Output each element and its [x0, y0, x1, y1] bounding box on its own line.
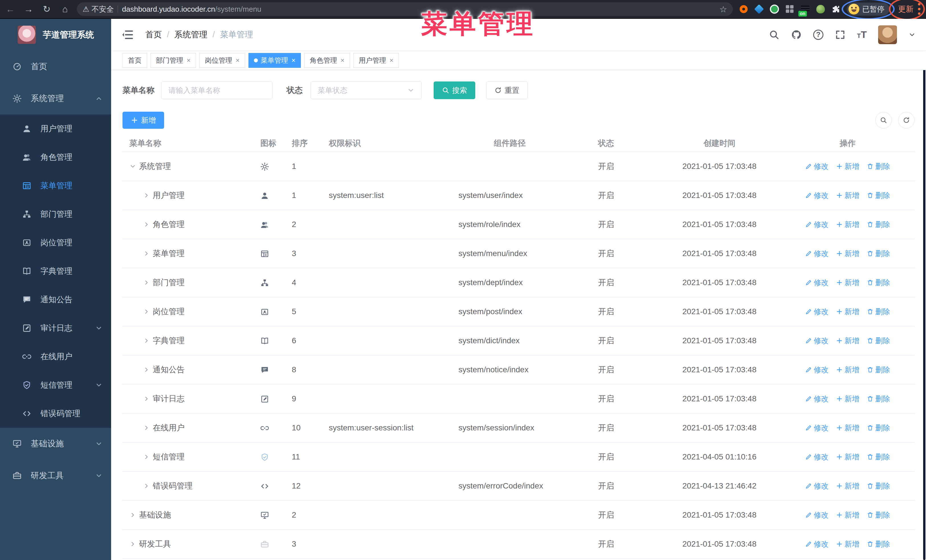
chevron-right-icon[interactable]: [143, 279, 150, 286]
add-link[interactable]: 新增: [836, 190, 859, 201]
tag-菜单管理[interactable]: 菜单管理 ×: [248, 53, 301, 68]
browser-back-icon[interactable]: ←: [4, 4, 17, 15]
table-row[interactable]: 角色管理 2 system/role/index 开启 2021-01-05 1…: [123, 210, 915, 239]
extensions-puzzle-icon[interactable]: [831, 4, 841, 14]
add-link[interactable]: 新增: [836, 220, 859, 229]
add-link[interactable]: 新增: [836, 336, 859, 346]
extension-server-icon[interactable]: on: [800, 4, 810, 14]
chevron-right-icon[interactable]: [129, 512, 136, 518]
add-link[interactable]: 新增: [836, 510, 859, 520]
add-link[interactable]: 新增: [836, 278, 859, 288]
chevron-right-icon[interactable]: [143, 366, 150, 373]
avatar-caret-icon[interactable]: [908, 31, 916, 38]
table-row[interactable]: 菜单管理 3 system/menu/index 开启 2021-01-05 1…: [123, 239, 915, 268]
table-row[interactable]: 岗位管理 5 system/post/index 开启 2021-01-05 1…: [123, 297, 915, 326]
tag-用户管理[interactable]: 用户管理 ×: [353, 53, 399, 68]
reset-button[interactable]: 重置: [486, 82, 528, 99]
add-link[interactable]: 新增: [836, 307, 859, 317]
extension-grid-icon[interactable]: [785, 4, 795, 14]
help-icon[interactable]: ?: [813, 30, 823, 40]
delete-link[interactable]: 删除: [867, 539, 890, 549]
toggle-search-button[interactable]: [875, 112, 892, 128]
delete-link[interactable]: 删除: [867, 452, 890, 462]
extension-orange-icon[interactable]: [738, 4, 749, 14]
delete-link[interactable]: 删除: [867, 278, 890, 288]
edit-link[interactable]: 修改: [805, 394, 829, 404]
edit-link[interactable]: 修改: [805, 220, 829, 229]
chevron-right-icon[interactable]: [143, 453, 150, 460]
search-icon[interactable]: [769, 29, 779, 40]
close-icon[interactable]: ×: [187, 56, 191, 64]
table-row[interactable]: 用户管理 1 system:user:list system/user/inde…: [123, 181, 915, 210]
sidebar-item-7[interactable]: 字典管理: [0, 257, 111, 285]
edit-link[interactable]: 修改: [805, 423, 829, 433]
sidebar-logo-row[interactable]: 芋道管理系统: [0, 19, 111, 51]
tag-岗位管理[interactable]: 岗位管理 ×: [200, 53, 245, 68]
chevron-right-icon[interactable]: [143, 308, 150, 315]
sidebar-item-1[interactable]: 系统管理: [0, 83, 111, 115]
add-link[interactable]: 新增: [836, 423, 859, 433]
chevron-right-icon[interactable]: [143, 483, 150, 489]
add-link[interactable]: 新增: [836, 539, 859, 549]
page-scrollbar[interactable]: [923, 60, 925, 560]
table-row[interactable]: 审计日志 9 开启 2021-01-05 17:03:48 修改 新增 删除: [123, 385, 915, 414]
delete-link[interactable]: 删除: [867, 481, 890, 491]
sidebar-collapse-icon[interactable]: [121, 29, 134, 41]
close-icon[interactable]: ×: [389, 56, 393, 64]
add-link[interactable]: 新增: [836, 249, 859, 259]
extension-green-icon[interactable]: [769, 4, 779, 14]
sidebar-item-6[interactable]: 岗位管理: [0, 228, 111, 257]
close-icon[interactable]: ×: [292, 56, 295, 64]
sidebar-item-4[interactable]: 菜单管理: [0, 172, 111, 200]
edit-link[interactable]: 修改: [805, 452, 829, 462]
profile-paused-pill[interactable]: 已暂停: [847, 3, 890, 16]
delete-link[interactable]: 删除: [867, 307, 890, 317]
font-size-icon[interactable]: TT: [857, 29, 867, 40]
delete-link[interactable]: 删除: [867, 190, 890, 201]
search-button[interactable]: 搜索: [434, 82, 475, 99]
edit-link[interactable]: 修改: [805, 278, 829, 288]
browser-forward-icon[interactable]: →: [22, 4, 35, 15]
sidebar-item-10[interactable]: 在线用户: [0, 343, 111, 371]
delete-link[interactable]: 删除: [867, 249, 890, 259]
chevron-right-icon[interactable]: [143, 424, 150, 431]
add-link[interactable]: 新增: [836, 452, 859, 462]
status-select[interactable]: 菜单状态: [310, 82, 422, 99]
add-link[interactable]: 新增: [836, 394, 859, 404]
tag-部门管理[interactable]: 部门管理 ×: [150, 53, 196, 68]
browser-reload-icon[interactable]: ↻: [41, 4, 53, 15]
menu-name-input[interactable]: [161, 82, 272, 99]
bookmark-star-icon[interactable]: ☆: [719, 4, 727, 14]
table-row[interactable]: 短信管理 11 开启 2021-04-05 01:10:16 修改 新增 删除: [123, 443, 915, 472]
table-row[interactable]: 基础设施 2 开启 2021-01-05 17:03:48 修改 新增 删除: [123, 501, 915, 530]
sidebar-item-0[interactable]: 首页: [0, 51, 111, 83]
chevron-right-icon[interactable]: [143, 192, 150, 199]
edit-link[interactable]: 修改: [805, 481, 829, 491]
table-row[interactable]: 字典管理 6 system/dict/index 开启 2021-01-05 1…: [123, 326, 915, 355]
browser-update-button[interactable]: 更新: [895, 2, 916, 16]
delete-link[interactable]: 删除: [867, 336, 890, 346]
extension-gem-icon[interactable]: [754, 4, 764, 14]
user-avatar[interactable]: [878, 25, 897, 44]
chevron-right-icon[interactable]: [143, 395, 150, 402]
sidebar-item-5[interactable]: 部门管理: [0, 200, 111, 228]
delete-link[interactable]: 删除: [867, 510, 890, 520]
table-row[interactable]: 系统管理 1 开启 2021-01-05 17:03:48 修改 新增 删除: [123, 152, 915, 181]
extension-spy-icon[interactable]: [816, 4, 826, 14]
github-icon[interactable]: [791, 29, 802, 40]
sidebar-item-11[interactable]: 短信管理: [0, 371, 111, 399]
delete-link[interactable]: 删除: [867, 365, 890, 375]
delete-link[interactable]: 删除: [867, 394, 890, 404]
edit-link[interactable]: 修改: [805, 190, 829, 201]
fullscreen-icon[interactable]: [835, 29, 846, 40]
security-warning[interactable]: ⚠ 不安全: [83, 4, 114, 14]
tag-首页[interactable]: 首页: [123, 53, 147, 68]
tag-角色管理[interactable]: 角色管理 ×: [304, 53, 350, 68]
table-row[interactable]: 通知公告 8 system/notice/index 开启 2021-01-05…: [123, 355, 915, 385]
sidebar-item-2[interactable]: 用户管理: [0, 115, 111, 143]
refresh-table-button[interactable]: [898, 112, 915, 128]
edit-link[interactable]: 修改: [805, 539, 829, 549]
sidebar-item-14[interactable]: 研发工具: [0, 460, 111, 492]
address-bar[interactable]: ⚠ 不安全 dashboard.yudao.iocoder.cn/system/…: [77, 2, 733, 16]
chevron-right-icon[interactable]: [143, 250, 150, 257]
